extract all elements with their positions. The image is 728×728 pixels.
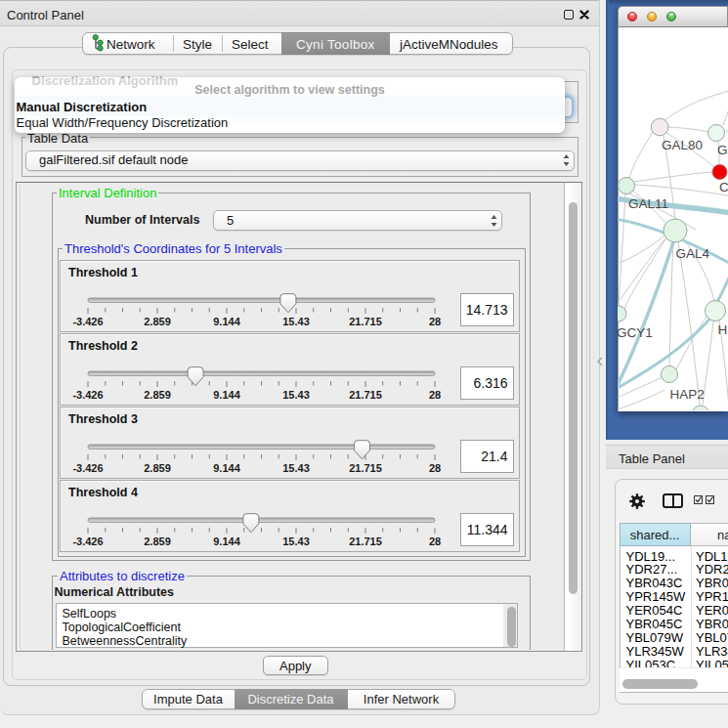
svg-text:HAP2: HAP2 [670, 387, 705, 402]
svg-text:9.144: 9.144 [213, 316, 240, 327]
svg-text:28: 28 [429, 389, 441, 401]
svg-text:-3.426: -3.426 [72, 535, 103, 547]
svg-text:28: 28 [429, 316, 441, 327]
svg-text:2.859: 2.859 [144, 462, 171, 474]
svg-text:GA: GA [717, 143, 728, 157]
svg-text:GAL4: GAL4 [676, 246, 710, 261]
svg-text:GCY1: GCY1 [618, 325, 653, 340]
svg-text:-3.426: -3.426 [72, 462, 103, 474]
svg-text:21.715: 21.715 [349, 389, 382, 401]
svg-text:H: H [718, 322, 728, 337]
svg-text:21.715: 21.715 [349, 535, 382, 547]
svg-text:15.43: 15.43 [282, 462, 310, 474]
svg-text:-3.426: -3.426 [72, 389, 103, 401]
svg-text:28: 28 [429, 462, 441, 474]
svg-text:15.43: 15.43 [282, 316, 310, 327]
svg-text:2.859: 2.859 [144, 535, 171, 547]
svg-text:GAL11: GAL11 [628, 196, 668, 211]
svg-text:21.715: 21.715 [349, 316, 382, 327]
svg-text:2.859: 2.859 [144, 316, 171, 327]
svg-text:28: 28 [429, 535, 441, 547]
svg-text:GAL80: GAL80 [662, 138, 703, 152]
svg-text:21.715: 21.715 [349, 462, 382, 474]
svg-text:15.43: 15.43 [282, 389, 310, 401]
svg-text:9.144: 9.144 [213, 389, 240, 401]
svg-text:C: C [719, 180, 728, 194]
svg-text:-3.426: -3.426 [72, 316, 103, 327]
svg-text:15.43: 15.43 [282, 535, 310, 547]
svg-text:9.144: 9.144 [213, 462, 240, 474]
svg-text:9.144: 9.144 [213, 535, 240, 547]
svg-text:2.859: 2.859 [144, 389, 171, 401]
